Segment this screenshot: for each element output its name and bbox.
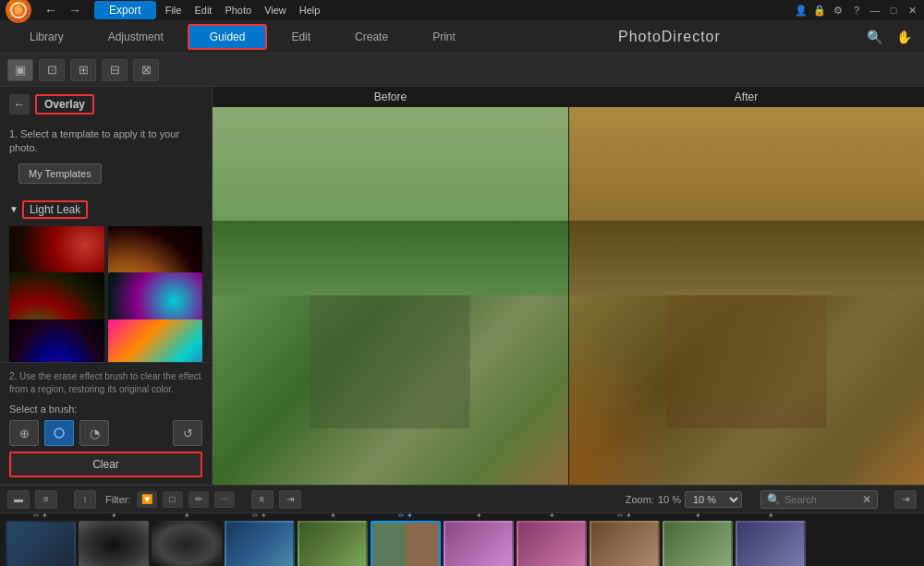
overlay-badge: Overlay bbox=[35, 94, 94, 114]
filter-more-button[interactable]: ··· bbox=[214, 491, 235, 508]
title-bar-right: 👤 🔒 ⚙ ? — □ ✕ bbox=[795, 4, 918, 17]
section-header: ▼ Light Leak bbox=[0, 197, 212, 223]
film-photo-8[interactable] bbox=[517, 521, 587, 566]
filter-edit-button[interactable]: ✏ bbox=[188, 491, 209, 508]
film-photo-9[interactable] bbox=[590, 521, 660, 566]
canvas-area: Before After bbox=[213, 87, 924, 485]
maximize-button[interactable]: □ bbox=[887, 4, 900, 17]
export-button[interactable]: Export bbox=[94, 1, 156, 19]
hand-icon[interactable]: ✋ bbox=[893, 26, 915, 48]
brush-stamp[interactable]: ⊕ bbox=[9, 420, 39, 446]
filter-all-button[interactable]: 🔽 bbox=[137, 491, 157, 508]
sort-button[interactable]: ↕ bbox=[74, 490, 96, 509]
back-button[interactable]: ← bbox=[9, 94, 30, 114]
film-photo-1[interactable] bbox=[6, 521, 76, 566]
tab-create[interactable]: Create bbox=[334, 26, 408, 48]
redo-button[interactable]: → bbox=[65, 1, 85, 19]
zoom-value: 10 % bbox=[658, 494, 681, 505]
film-photo-6[interactable] bbox=[371, 521, 441, 566]
menu-photo[interactable]: Photo bbox=[225, 5, 251, 16]
app-brand: PhotoDirector bbox=[618, 29, 721, 45]
nav-bar: Library Adjustment Guided Edit Create Pr… bbox=[0, 20, 924, 54]
before-after-bar: Before After bbox=[213, 87, 924, 107]
title-bar-menu: File Edit Photo View Help bbox=[165, 5, 321, 16]
tab-edit[interactable]: Edit bbox=[271, 26, 331, 48]
menu-edit[interactable]: Edit bbox=[194, 5, 212, 16]
after-label: After bbox=[568, 87, 924, 107]
zoom-control: Zoom: 10 % 10 % 25 % 50 % 100 % bbox=[626, 491, 742, 508]
screen-button[interactable]: ⊠ bbox=[133, 59, 159, 81]
tab-library[interactable]: Library bbox=[9, 26, 84, 48]
tab-adjustment[interactable]: Adjustment bbox=[88, 26, 184, 48]
view-toolbar: ▣ ⊡ ⊞ ⊟ ⊠ bbox=[0, 54, 924, 87]
app-logo bbox=[6, 0, 31, 23]
footer-instruction: 2. Use the erase effect brush to clear t… bbox=[9, 370, 202, 396]
templates-grid bbox=[0, 226, 212, 362]
lock-icon[interactable]: 🔒 bbox=[813, 4, 826, 17]
search-film-icon: 🔍 bbox=[767, 493, 781, 506]
my-templates-button[interactable]: My Templates bbox=[18, 163, 102, 184]
panel-instruction: 1. Select a template to apply it to your… bbox=[0, 122, 212, 163]
minimize-button[interactable]: — bbox=[869, 4, 881, 17]
export-selected-button[interactable]: ⇥ bbox=[894, 490, 917, 509]
my-templates-section: My Templates bbox=[0, 163, 212, 197]
title-bar-left: ← → Export File Edit Photo View Help bbox=[6, 0, 320, 23]
before-image bbox=[213, 107, 568, 485]
film-photo-11[interactable] bbox=[736, 521, 806, 566]
section-chevron[interactable]: ▼ bbox=[9, 204, 18, 214]
film-photo-7[interactable] bbox=[444, 521, 514, 566]
main-layout: ← Overlay 1. Select a template to apply … bbox=[0, 87, 924, 485]
template-thumb-6[interactable] bbox=[108, 319, 203, 362]
before-label: Before bbox=[213, 87, 568, 107]
template-thumb-5[interactable] bbox=[9, 319, 104, 362]
undo-redo: ← → bbox=[41, 1, 85, 19]
film-photo-5[interactable] bbox=[298, 521, 368, 566]
grid-button[interactable]: ⊞ bbox=[70, 59, 96, 81]
panel-footer: 2. Use the erase effect brush to clear t… bbox=[0, 362, 212, 485]
filmstrip-area: ▬ ≡ ↕ Filter: 🔽 □ ✏ ··· ≡ ⇥ Zoom: 10 % 1… bbox=[0, 485, 924, 566]
filmstrip-photos: ✏ ✦ ✦ ✦ ✏ ✦ ✦ ✏ ✦ bbox=[0, 513, 924, 566]
after-image bbox=[569, 107, 925, 485]
brush-circle[interactable] bbox=[44, 420, 74, 446]
menu-view[interactable]: View bbox=[264, 5, 286, 16]
canvas-images bbox=[213, 107, 924, 485]
zoom-dropdown[interactable]: 10 % 25 % 50 % 100 % bbox=[685, 491, 742, 508]
film-mode-2-button[interactable]: ≡ bbox=[35, 490, 57, 509]
search-film: 🔍 ✕ bbox=[760, 490, 878, 509]
tab-print[interactable]: Print bbox=[412, 26, 476, 48]
search-film-input[interactable] bbox=[784, 494, 858, 505]
left-panel: ← Overlay 1. Select a template to apply … bbox=[0, 87, 213, 485]
compare-split-button[interactable]: ⊟ bbox=[102, 59, 128, 81]
sort-order-button[interactable]: ≡ bbox=[251, 490, 274, 509]
filter-box-button[interactable]: □ bbox=[163, 491, 183, 508]
filter-label: Filter: bbox=[105, 494, 131, 505]
film-photo-2[interactable] bbox=[79, 521, 149, 566]
export-film-button[interactable]: ⇥ bbox=[279, 490, 301, 509]
brush-label: Select a brush: bbox=[9, 403, 202, 415]
brush-refresh[interactable]: ↺ bbox=[173, 420, 202, 446]
filmstrip-toolbar: ▬ ≡ ↕ Filter: 🔽 □ ✏ ··· ≡ ⇥ Zoom: 10 % 1… bbox=[0, 486, 924, 513]
menu-file[interactable]: File bbox=[165, 5, 182, 16]
film-photo-4[interactable] bbox=[225, 521, 295, 566]
brush-tools: ⊕ ◔ ↺ bbox=[9, 420, 202, 446]
brush-arc[interactable]: ◔ bbox=[79, 420, 109, 446]
compare-single-button[interactable]: ▣ bbox=[7, 59, 33, 81]
film-photo-3[interactable] bbox=[152, 521, 222, 566]
panel-header: ← Overlay bbox=[0, 87, 212, 122]
search-film-clear[interactable]: ✕ bbox=[862, 493, 871, 506]
profile-icon[interactable]: 👤 bbox=[795, 4, 808, 17]
menu-help[interactable]: Help bbox=[299, 5, 321, 16]
help-icon[interactable]: ? bbox=[850, 4, 863, 17]
close-button[interactable]: ✕ bbox=[906, 4, 918, 17]
clear-button[interactable]: Clear bbox=[9, 452, 202, 477]
undo-button[interactable]: ← bbox=[41, 1, 61, 19]
tab-guided[interactable]: Guided bbox=[188, 24, 268, 50]
nav-tabs: Library Adjustment Guided Edit Create Pr… bbox=[9, 24, 476, 50]
section-label: Light Leak bbox=[22, 200, 88, 219]
search-icon[interactable]: 🔍 bbox=[863, 26, 885, 48]
film-mode-1-button[interactable]: ▬ bbox=[7, 490, 30, 509]
film-photo-10[interactable] bbox=[663, 521, 733, 566]
title-bar: ← → Export File Edit Photo View Help 👤 🔒… bbox=[0, 0, 924, 20]
settings-icon[interactable]: ⚙ bbox=[832, 4, 845, 17]
compare-fit-button[interactable]: ⊡ bbox=[39, 59, 65, 81]
